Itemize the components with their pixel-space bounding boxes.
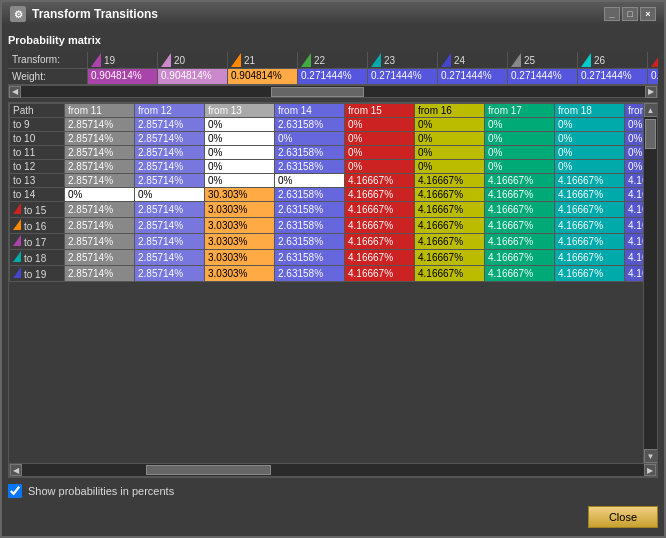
path-cell-to-11: to 11: [10, 146, 65, 160]
data-cell: 2.85714%: [135, 250, 205, 266]
data-cell: 2.85714%: [65, 132, 135, 146]
data-cell: 0%: [625, 118, 644, 132]
data-cell: 4.16667: [625, 250, 644, 266]
data-cell: 3.0303%: [205, 250, 275, 266]
from-17-header: from 17: [485, 104, 555, 118]
h-scroll-thumb[interactable]: [271, 87, 365, 97]
data-cell: 0%: [555, 160, 625, 174]
from-15-header: from 15: [345, 104, 415, 118]
close-window-button[interactable]: ×: [640, 7, 656, 21]
data-cell: 2.85714%: [135, 118, 205, 132]
data-cell: 0%: [415, 132, 485, 146]
scroll-up-arrow[interactable]: ▲: [644, 103, 658, 117]
data-cell: 4.16667%: [415, 174, 485, 188]
data-cell: 4.16667%: [415, 202, 485, 218]
transform-cell-27: 27: [648, 52, 658, 68]
scroll-down-arrow[interactable]: ▼: [644, 449, 658, 463]
data-cell: 3.0303%: [205, 218, 275, 234]
close-button[interactable]: Close: [588, 506, 658, 528]
minimize-button[interactable]: _: [604, 7, 620, 21]
table-row: to 182.85714%2.85714%3.0303%2.63158%4.16…: [10, 250, 644, 266]
data-cell: 4.16667%: [345, 250, 415, 266]
data-cell: 0%: [485, 146, 555, 160]
data-cell: 4.16667: [625, 218, 644, 234]
data-cell: 4.16667%: [555, 234, 625, 250]
path-cell-to-10: to 10: [10, 132, 65, 146]
data-cell: 0%: [205, 160, 275, 174]
scroll-left-arrow[interactable]: ◀: [9, 86, 21, 98]
weight-cell-5: 0.271444%: [438, 69, 508, 84]
bottom-scroll-left[interactable]: ◀: [10, 464, 22, 476]
data-cell: 4.16667%: [555, 202, 625, 218]
table-row: to 132.85714%2.85714%0%0%4.16667%4.16667…: [10, 174, 644, 188]
v-scroll-thumb[interactable]: [645, 119, 656, 149]
transform-label: Transform:: [8, 52, 88, 68]
bottom-scroll-bar[interactable]: ◀ ▶: [9, 463, 657, 477]
data-cell: 2.85714%: [135, 132, 205, 146]
data-cell: 4.16667%: [555, 174, 625, 188]
data-cell: 0%: [415, 146, 485, 160]
data-cell: 0%: [625, 146, 644, 160]
vertical-scrollbar[interactable]: ▲ ▼: [643, 103, 657, 463]
data-cell: 4.16667%: [345, 234, 415, 250]
data-cell: 0%: [345, 160, 415, 174]
data-cell: 0%: [135, 188, 205, 202]
table-row: to 122.85714%2.85714%0%2.63158%0%0%0%0%0…: [10, 160, 644, 174]
data-cell: 3.0303%: [205, 234, 275, 250]
path-cell-to-16: to 16: [10, 218, 65, 234]
upper-scroll-bar[interactable]: ◀ ▶: [8, 85, 658, 98]
data-cell: 4.16667%: [555, 266, 625, 282]
show-probabilities-label: Show probabilities in percents: [28, 485, 174, 497]
data-cell: 4.16667: [625, 188, 644, 202]
data-cell: 4.16667%: [485, 218, 555, 234]
data-cell: 4.16667%: [485, 250, 555, 266]
data-cell: 4.16667%: [345, 202, 415, 218]
probability-table: Path from 11 from 12 from 13 from 14 fro…: [9, 103, 643, 282]
data-cell: 4.16667%: [485, 266, 555, 282]
data-cell: 0%: [275, 132, 345, 146]
transform-cell-24: 24: [438, 52, 508, 68]
transform-cell-21: 21: [228, 52, 298, 68]
data-cell: 2.63158%: [275, 266, 345, 282]
from-11-header: from 11: [65, 104, 135, 118]
data-cell: 4.16667%: [415, 218, 485, 234]
path-triangle: [13, 203, 21, 214]
section-label: Probability matrix: [8, 32, 658, 48]
data-cell: 4.16667%: [345, 174, 415, 188]
path-triangle: [13, 251, 21, 262]
tri-25: [511, 53, 521, 67]
v-scroll-track[interactable]: [644, 117, 657, 449]
data-cell: 4.16667%: [345, 266, 415, 282]
path-cell-to-9: to 9: [10, 118, 65, 132]
scroll-right-arrow[interactable]: ▶: [645, 86, 657, 98]
data-cell: 4.16667%: [415, 234, 485, 250]
table-row: to 172.85714%2.85714%3.0303%2.63158%4.16…: [10, 234, 644, 250]
transform-cell-20: 20: [158, 52, 228, 68]
transform-cell-22: 22: [298, 52, 368, 68]
data-cell: 3.0303%: [205, 202, 275, 218]
data-cell: 4.16667%: [555, 250, 625, 266]
bottom-scroll-thumb[interactable]: [146, 465, 270, 475]
table-row: to 152.85714%2.85714%3.0303%2.63158%4.16…: [10, 202, 644, 218]
tri-19: [91, 53, 101, 67]
weight-cell-0: 0.904814%: [88, 69, 158, 84]
path-cell-to-19: to 19: [10, 266, 65, 282]
maximize-button[interactable]: □: [622, 7, 638, 21]
weight-cell-7: 0.271444%: [578, 69, 648, 84]
data-cell: 0%: [485, 132, 555, 146]
path-cell-to-18: to 18: [10, 250, 65, 266]
data-cell: 4.16667%: [415, 250, 485, 266]
show-probabilities-checkbox[interactable]: [8, 484, 22, 498]
data-cell: 4.16667%: [555, 188, 625, 202]
data-cell: 2.85714%: [135, 146, 205, 160]
data-cell: 2.85714%: [65, 250, 135, 266]
data-cell: 0%: [485, 160, 555, 174]
tri-24: [441, 53, 451, 67]
data-cell: 2.85714%: [135, 218, 205, 234]
data-cell: 2.85714%: [65, 174, 135, 188]
data-cell: 4.16667%: [485, 234, 555, 250]
table-row: to 140%0%30.303%2.63158%4.16667%4.16667%…: [10, 188, 644, 202]
column-header-row: Path from 11 from 12 from 13 from 14 fro…: [10, 104, 644, 118]
bottom-scroll-right[interactable]: ▶: [644, 464, 656, 476]
table-row: to 102.85714%2.85714%0%0%0%0%0%0%0%: [10, 132, 644, 146]
